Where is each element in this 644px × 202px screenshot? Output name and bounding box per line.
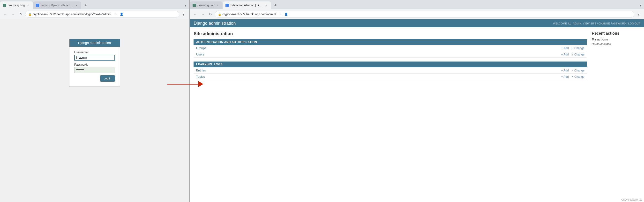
groups-actions: + Add ✓ Change — [561, 47, 584, 50]
admin-header-title: Django administration — [194, 21, 236, 26]
browser-menu-right[interactable]: ⋮ — [637, 2, 644, 9]
arrow-head — [198, 81, 203, 87]
admin-main: Site administration AUTHENTICATION AND A… — [194, 31, 587, 84]
right-address-bar: ← → ↻ 🔒 cryptic-sea-37272.herokuapp.com/… — [190, 9, 644, 19]
reload-button-right[interactable]: ↻ — [207, 11, 214, 18]
login-button[interactable]: Log in — [100, 75, 115, 82]
login-submit-area: Log in — [74, 75, 115, 82]
new-tab-button-right[interactable]: + — [272, 2, 279, 9]
users-actions: + Add ✓ Change — [561, 53, 584, 56]
entries-row: Entries + Add ✓ Change — [194, 67, 587, 74]
topics-add-link[interactable]: + Add — [561, 75, 569, 79]
welcome-text: WELCOME, LL_ADMIN. — [553, 22, 582, 25]
left-page-content: Django administration Username: Password… — [0, 19, 189, 202]
forward-button-right[interactable]: → — [199, 11, 206, 18]
transition-arrow — [167, 81, 203, 87]
topics-row: Topics + Add ✓ Change — [194, 74, 587, 80]
learning-logs-section: LEARNING_LOGS Entries + Add ✓ Change Top… — [194, 62, 587, 80]
username-label: Username: — [74, 51, 115, 54]
star-icon-right[interactable]: ☆ — [278, 12, 282, 17]
tab-favicon-login: D — [36, 4, 39, 7]
tab-favicon-site-admin: D — [226, 4, 229, 7]
change-password-link[interactable]: CHANGE PASSWORD — [598, 22, 626, 25]
url-bar-right[interactable]: 🔒 cryptic-sea-37272.herokuapp.com/admin/… — [215, 11, 634, 18]
groups-row: Groups + Add ✓ Change — [194, 45, 587, 51]
login-page: Django administration Username: Password… — [0, 19, 189, 202]
view-site-link[interactable]: VIEW SITE — [583, 22, 596, 25]
tab-close-left[interactable]: × — [26, 4, 30, 7]
right-browser: L Learning Log × D Site administration |… — [190, 0, 644, 202]
tab-title-learning-log-left: Learning Log — [8, 4, 25, 7]
topics-actions: + Add ✓ Change — [561, 75, 584, 79]
username-input[interactable] — [74, 55, 115, 61]
learning-logs-header: LEARNING_LOGS — [194, 62, 587, 67]
admin-header: Django administration WELCOME, LL_ADMIN.… — [190, 19, 644, 27]
tab-close-login[interactable]: × — [74, 4, 78, 7]
recent-actions-title: Recent actions — [592, 31, 640, 36]
none-available-text: None available — [592, 42, 640, 46]
forward-button-left[interactable]: → — [10, 11, 16, 18]
login-box: Django administration Username: Password… — [69, 39, 120, 87]
tab-learning-log-right[interactable]: L Learning Log × — [190, 2, 222, 9]
tab-title-site-admin: Site administration | Django s... — [230, 4, 263, 7]
back-button-left[interactable]: ← — [2, 11, 9, 18]
username-row: Username: — [74, 51, 115, 61]
topics-link[interactable]: Topics — [196, 75, 205, 79]
admin-header-links: WELCOME, LL_ADMIN. VIEW SITE / CHANGE PA… — [553, 22, 640, 25]
admin-sidebar: Recent actions My actions None available — [592, 31, 640, 84]
log-out-link[interactable]: LOG OUT — [628, 22, 640, 25]
browser-menu-left[interactable]: ⋮ — [182, 2, 189, 9]
groups-change-link[interactable]: ✓ Change — [571, 47, 584, 50]
new-tab-button-left[interactable]: + — [82, 2, 89, 9]
my-actions-label: My actions — [592, 38, 640, 41]
tab-title-login: Log in | Django site admin — [41, 4, 73, 7]
lock-icon-left: 🔒 — [28, 13, 32, 16]
login-box-header: Django administration — [70, 39, 120, 47]
back-button-right[interactable]: ← — [192, 11, 198, 18]
site-admin-heading: Site administration — [194, 31, 587, 36]
password-label: Password: — [74, 63, 115, 66]
lock-icon-right: 🔒 — [218, 13, 221, 16]
tab-close-right-ll[interactable]: × — [216, 4, 220, 7]
users-link[interactable]: Users — [196, 53, 204, 56]
reload-button-left[interactable]: ↻ — [18, 11, 24, 18]
tab-close-site-admin[interactable]: × — [264, 4, 268, 7]
tab-favicon-left: L — [3, 4, 6, 7]
users-change-link[interactable]: ✓ Change — [571, 53, 584, 56]
password-input[interactable] — [74, 67, 115, 73]
url-text-left: cryptic-sea-37272.herokuapp.com/admin/lo… — [33, 13, 111, 16]
entries-change-link[interactable]: ✓ Change — [571, 69, 584, 72]
tab-login-django[interactable]: D Log in | Django site admin × — [33, 2, 81, 9]
password-row: Password: — [74, 63, 115, 73]
left-browser: L Learning Log × D Log in | Django site … — [0, 0, 189, 202]
more-menu-right[interactable]: ⋮ — [635, 11, 642, 18]
admin-body: Site administration AUTHENTICATION AND A… — [190, 27, 644, 88]
users-row: Users + Add ✓ Change — [194, 51, 587, 58]
arrow-shaft — [167, 84, 198, 85]
profile-icon-left[interactable]: 👤 — [119, 12, 124, 17]
entries-add-link[interactable]: + Add — [561, 69, 569, 72]
users-add-link[interactable]: + Add — [561, 53, 569, 56]
tab-favicon-right: L — [192, 4, 196, 7]
left-address-bar: ← → ↻ 🔒 cryptic-sea-37272.herokuapp.com/… — [0, 9, 189, 19]
right-tab-bar: L Learning Log × D Site administration |… — [190, 0, 644, 9]
url-text-right: cryptic-sea-37272.herokuapp.com/admin/ — [222, 13, 276, 16]
tab-title-learning-log-right: Learning Log — [198, 4, 214, 7]
url-bar-left[interactable]: 🔒 cryptic-sea-37272.herokuapp.com/admin/… — [25, 11, 179, 18]
right-page-content: Django administration WELCOME, LL_ADMIN.… — [190, 19, 644, 202]
star-icon-left[interactable]: ☆ — [113, 12, 118, 17]
groups-link[interactable]: Groups — [196, 46, 206, 50]
auth-section: AUTHENTICATION AND AUTHORIZATION Groups … — [194, 39, 587, 58]
left-tab-bar: L Learning Log × D Log in | Django site … — [0, 0, 189, 9]
topics-change-link[interactable]: ✓ Change — [571, 75, 584, 79]
auth-section-header: AUTHENTICATION AND AUTHORIZATION — [194, 39, 587, 45]
tab-learning-log-left[interactable]: L Learning Log × — [0, 2, 33, 9]
entries-link[interactable]: Entries — [196, 69, 206, 72]
groups-add-link[interactable]: + Add — [561, 47, 569, 50]
more-menu-left[interactable]: ⋮ — [180, 11, 187, 18]
admin-page: Django administration WELCOME, LL_ADMIN.… — [190, 19, 644, 202]
entries-actions: + Add ✓ Change — [561, 69, 584, 72]
tab-site-admin[interactable]: D Site administration | Django s... × — [222, 2, 271, 9]
watermark: CSDN @Sally_xy — [621, 198, 642, 201]
profile-icon-right[interactable]: 👤 — [284, 12, 288, 17]
